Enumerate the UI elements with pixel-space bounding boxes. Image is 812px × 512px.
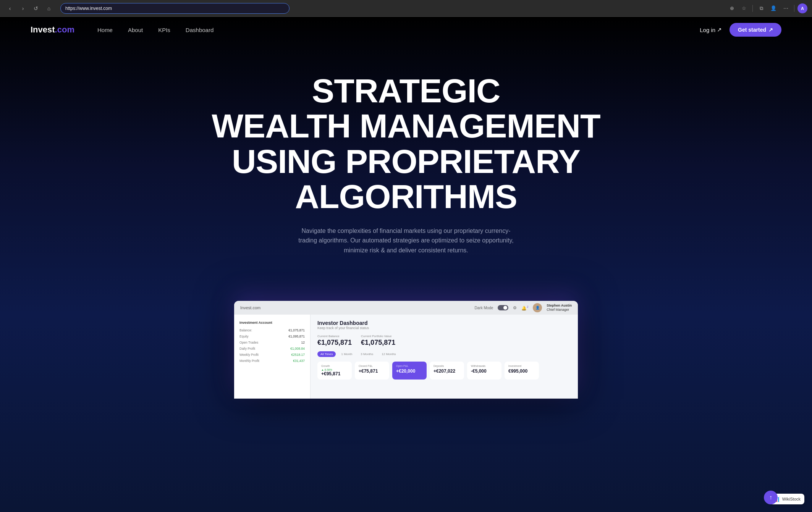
hero-title-line1: STRATEGIC [312, 72, 500, 110]
stat-card-deposits: Deposits +€207,022 [430, 362, 464, 380]
divider2 [794, 5, 794, 12]
home-button[interactable]: ⌂ [44, 3, 54, 14]
bookmark-icon[interactable]: ☆ [739, 3, 749, 14]
cast-icon[interactable]: ⊕ [726, 3, 737, 14]
login-icon: ↗ [717, 26, 722, 33]
sidebar-value-0: €1,075,871 [288, 328, 305, 332]
sidebar-row-4: Weekly Profit €2518.17 [239, 353, 305, 357]
get-started-icon: ↗ [768, 27, 773, 33]
user-profile-circle[interactable]: A [797, 3, 807, 13]
profiles-icon[interactable]: 👤 [768, 3, 779, 14]
current-balance-label: Current Balance [317, 334, 352, 338]
menu-button[interactable]: ⋯ [780, 3, 791, 14]
forward-button[interactable]: › [18, 3, 28, 14]
stat-label-growth: Growth [321, 365, 348, 367]
balance-row: Current Balance €1,075,871 Current Portf… [317, 334, 571, 347]
hero-subtitle: Navigate the complexities of financial m… [295, 226, 517, 255]
hero-title-line2: WEALTH MANAGEMENT [212, 107, 600, 145]
logo-dotcom: .com [55, 25, 74, 34]
preview-sidebar: Investment Account Balance: €1,075,871 E… [234, 315, 311, 399]
sidebar-section-title: Investment Account [239, 321, 305, 325]
hero-title-line4: ALGORITHMS [295, 178, 517, 215]
stat-value-closed-pl: +€75,871 [359, 368, 385, 374]
sidebar-label-5: Monthly Profit [239, 359, 259, 363]
stat-value-deposits: +€207,022 [433, 368, 460, 374]
preview-browser-bar: Invest.com Dark Mode ⚙ 🔔2 👤 Stephen Aust… [234, 301, 578, 315]
nav-about[interactable]: About [128, 27, 143, 33]
filter-all-times[interactable]: All Times [317, 351, 336, 357]
stat-card-open-pl: Open P&L +€20,000 [392, 362, 427, 380]
sidebar-value-4: €2518.17 [291, 353, 305, 357]
sidebar-value-1: €1,095,871 [288, 334, 305, 338]
refresh-button[interactable]: ↺ [31, 3, 41, 14]
url-input[interactable] [65, 6, 285, 11]
nav-home[interactable]: Home [97, 27, 113, 33]
preview-main: Investor Dashboard Keep track of your fi… [311, 315, 578, 399]
filter-1-month[interactable]: 1 Month [338, 351, 355, 357]
sidebar-value-3: €1,008.84 [290, 347, 305, 350]
stat-value-investment: €995,000 [508, 368, 535, 374]
login-button[interactable]: Log in ↗ [700, 26, 722, 33]
portfolio-value: Current Portfolio Value €1,075,871 [361, 334, 395, 347]
sidebar-value-2: 12 [301, 341, 305, 344]
time-filters: All Times 1 Month 3 Months 12 Months [317, 351, 571, 357]
sidebar-label-1: Equity [239, 334, 249, 338]
stat-value-open-pl: +€20,000 [396, 368, 423, 374]
logo-invest: Invest [31, 25, 55, 34]
stat-card-growth: Growth ▲ 8.58% +€95,871 [317, 362, 352, 380]
back-button[interactable]: ‹ [5, 3, 15, 14]
filter-3-months[interactable]: 3 Months [357, 351, 376, 357]
preview-user-info: Stephen Austin Chief Manager [547, 304, 572, 312]
nav-right: Log in ↗ Get started ↗ [700, 23, 781, 37]
sidebar-label-2: Open Trades [239, 341, 258, 344]
stat-value-growth: +€95,871 [321, 371, 348, 376]
dashboard-header: Investor Dashboard Keep track of your fi… [317, 320, 571, 330]
stat-label-closed-pl: Closed P&L [359, 365, 385, 367]
filter-12-months[interactable]: 12 Months [379, 351, 399, 357]
address-bar[interactable] [60, 3, 290, 14]
preview-user-name: Stephen Austin [547, 304, 572, 308]
preview-user-role: Chief Manager [547, 308, 572, 312]
preview-content: Investment Account Balance: €1,075,871 E… [234, 315, 578, 399]
current-balance: Current Balance €1,075,871 [317, 334, 352, 347]
portfolio-value-value: €1,075,871 [361, 339, 395, 347]
wikistock-label: WikiStock [782, 497, 801, 501]
settings-icon[interactable]: ⚙ [513, 305, 517, 310]
dashboard-preview: Invest.com Dark Mode ⚙ 🔔2 👤 Stephen Aust… [234, 301, 578, 399]
preview-url: Invest.com [240, 305, 260, 310]
sidebar-label-4: Weekly Profit [239, 353, 259, 357]
browser-nav-buttons: ‹ › ↺ ⌂ [5, 3, 54, 14]
toggle-thumb [503, 306, 507, 310]
website: Invest.com Home About KPIs Dashboard Log… [0, 17, 812, 512]
divider [752, 5, 753, 12]
dark-mode-toggle[interactable] [498, 305, 508, 310]
portfolio-value-label: Current Portfolio Value [361, 334, 395, 338]
sidebar-label-0: Balance: [239, 328, 252, 332]
hero-section: STRATEGIC WEALTH MANAGEMENT USING PROPRI… [0, 43, 812, 301]
stat-card-withdrawals: Withdrawals -€5,000 [467, 362, 501, 380]
sidebar-value-5: €31,437 [293, 359, 305, 363]
preview-avatar: 👤 [533, 303, 542, 312]
site-logo[interactable]: Invest.com [31, 25, 74, 35]
get-started-button[interactable]: Get started ↗ [730, 23, 781, 37]
toggle-track [498, 305, 508, 310]
sidebar-row-1: Equity €1,095,871 [239, 334, 305, 338]
stat-card-investment: Investment €995,000 [505, 362, 539, 380]
current-balance-value: €1,075,871 [317, 339, 352, 347]
extensions-icon[interactable]: ⧉ [756, 3, 767, 14]
sidebar-rows: Balance: €1,075,871 Equity €1,095,871 Op… [239, 328, 305, 363]
sidebar-row-2: Open Trades 12 [239, 341, 305, 344]
stat-growth-pct: ▲ 8.58% [321, 368, 348, 371]
nav-kpis[interactable]: KPIs [158, 27, 170, 33]
hero-title: STRATEGIC WEALTH MANAGEMENT USING PROPRI… [15, 73, 797, 215]
sidebar-row-3: Daily Profit €1,008.84 [239, 347, 305, 350]
nav-dashboard[interactable]: Dashboard [186, 27, 214, 33]
scroll-to-top-button[interactable]: ↑ [764, 491, 778, 504]
stat-label-deposits: Deposits [433, 365, 460, 367]
browser-actions: ⊕ ☆ ⧉ 👤 ⋯ A [726, 3, 807, 14]
sidebar-label-3: Daily Profit [239, 347, 255, 350]
notifications-icon[interactable]: 🔔2 [521, 305, 528, 311]
get-started-label: Get started [738, 27, 766, 33]
stat-value-withdrawals: -€5,000 [471, 368, 498, 374]
dashboard-title: Investor Dashboard [317, 320, 571, 326]
